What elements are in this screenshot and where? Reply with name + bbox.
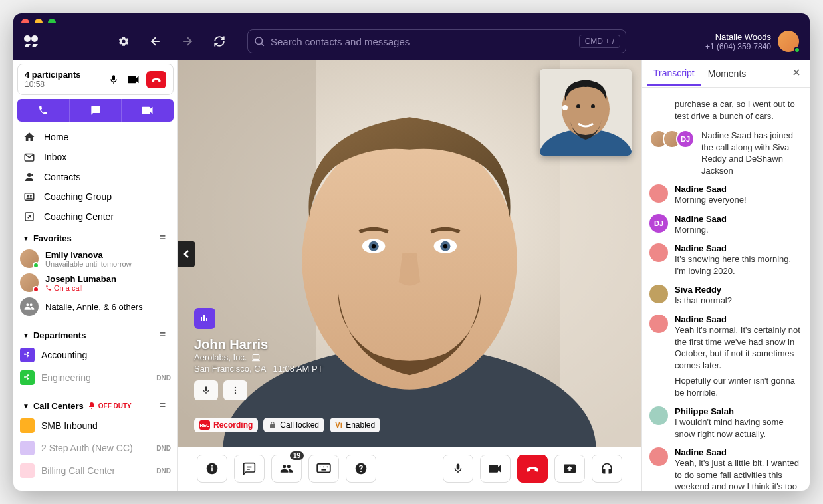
svg-rect-30: [201, 317, 202, 321]
section-menu-icon[interactable]: =: [157, 329, 168, 341]
svg-rect-32: [206, 318, 207, 321]
svg-point-34: [235, 387, 236, 388]
nav-label: Home: [44, 132, 68, 142]
chat-button[interactable]: [234, 455, 265, 483]
nav-label: Coaching Center: [44, 211, 114, 222]
app-window: CMD + / Natalie Woods +1 (604) 359-7840 …: [13, 13, 810, 491]
cc-label: 2 Step Auth (New CC): [41, 443, 150, 453]
group-item[interactable]: Natalie, Annie, & 6 others: [13, 295, 177, 318]
message-button[interactable]: [69, 99, 122, 122]
caller-badge-icon: [194, 308, 215, 329]
participants-button[interactable]: 19: [271, 455, 302, 483]
call-locked-badge: Call locked: [263, 418, 324, 432]
nav-contacts[interactable]: Contacts: [13, 167, 177, 187]
svg-point-45: [326, 466, 328, 467]
coaching-center-icon: [23, 211, 36, 223]
svg-point-20: [372, 244, 376, 248]
section-menu-icon[interactable]: =: [157, 232, 168, 244]
nav-home[interactable]: Home: [13, 127, 177, 147]
dnd-badge: DND: [156, 445, 171, 452]
speaker-name: Philippe Salah: [675, 406, 802, 416]
cc-label: Billing Call Center: [41, 465, 150, 476]
user-info[interactable]: Natalie Woods +1 (604) 359-7840: [705, 32, 771, 51]
callcenters-heading: Call Centers: [33, 401, 84, 411]
nav-coaching-group[interactable]: Coaching Group: [13, 187, 177, 207]
info-button[interactable]: [197, 455, 227, 483]
avatar: [649, 315, 668, 333]
end-call-button[interactable]: [517, 455, 548, 483]
speaker-name: Nadine Saad: [675, 447, 802, 457]
nav-back-icon[interactable]: [144, 29, 168, 53]
nav-coaching-center[interactable]: Coaching Center: [13, 207, 177, 227]
transcript-text: Nadine Saad has joined the call along wi…: [701, 130, 802, 176]
transcript-text: Morning.: [675, 224, 802, 236]
video-area: John Harris Aerolabs, Inc. San Francisco…: [178, 60, 641, 447]
avatar: [649, 406, 668, 425]
chevron-down-icon[interactable]: ▼: [23, 402, 29, 410]
avatar: [20, 249, 39, 268]
self-view-pip[interactable]: [540, 69, 632, 156]
more-participant-button[interactable]: [223, 380, 247, 400]
cc-icon: [20, 418, 35, 433]
screenshare-button[interactable]: [554, 455, 585, 483]
chevron-down-icon[interactable]: ▼: [23, 332, 29, 339]
transcript-text: Hopefully our winter isn't gonna be horr…: [675, 375, 802, 398]
svg-point-35: [235, 390, 236, 391]
active-call-card[interactable]: 4 participants 10:58: [17, 64, 174, 95]
transcript-entry: Nadine SaadYeah, it's just a little bit.…: [649, 447, 802, 491]
svg-rect-31: [203, 315, 205, 321]
department-item[interactable]: EngineeringDND: [13, 366, 177, 389]
avatar: [649, 285, 668, 303]
shortcut-hint: CMD + /: [579, 35, 620, 48]
avatar[interactable]: [778, 31, 799, 52]
chevron-down-icon[interactable]: ▼: [23, 235, 29, 242]
app-logo-icon[interactable]: [24, 32, 43, 51]
nav-inbox[interactable]: Inbox: [13, 147, 177, 167]
dnd-badge: DND: [156, 374, 171, 382]
callcenter-item[interactable]: SMB Inbound: [13, 414, 177, 437]
caller-company: Aerolabs, Inc.: [194, 352, 247, 362]
help-button[interactable]: [346, 455, 376, 483]
transcript-text: Yeah it's normal. It's certainly not the…: [675, 324, 802, 371]
transcript-list[interactable]: purchase a car, so I went out to test dr…: [642, 88, 810, 491]
avatar: DJ: [649, 214, 668, 233]
search-box[interactable]: CMD + /: [247, 29, 626, 53]
search-input[interactable]: [271, 36, 579, 47]
dial-button[interactable]: [17, 99, 69, 122]
camera-button[interactable]: [480, 455, 511, 483]
group-label: Natalie, Annie, & 6 others: [45, 302, 171, 312]
user-phone: +1 (604) 359-7840: [705, 42, 771, 51]
tab-transcript[interactable]: Transcript: [647, 61, 701, 86]
headset-button[interactable]: [592, 455, 622, 483]
mute-button[interactable]: [443, 455, 473, 483]
dialpad-button[interactable]: [308, 455, 339, 483]
avatar: [20, 273, 39, 292]
section-menu-icon[interactable]: =: [157, 400, 168, 412]
svg-point-0: [255, 37, 263, 45]
inbox-icon: [23, 151, 36, 163]
department-item[interactable]: Accounting: [13, 344, 177, 366]
collapse-sidebar-button[interactable]: [178, 241, 195, 267]
video-call-button[interactable]: [121, 99, 174, 122]
dept-icon: [20, 348, 35, 362]
callcenter-item[interactable]: Billing Call CenterDND: [13, 459, 177, 482]
contact-status: Unavailable until tomorrow: [45, 260, 171, 268]
tab-moments[interactable]: Moments: [701, 62, 753, 85]
laptop-icon: [251, 354, 261, 362]
header-bar: CMD + / Natalie Woods +1 (604) 359-7840: [13, 23, 810, 60]
settings-icon[interactable]: [112, 29, 136, 53]
home-icon: [23, 131, 36, 143]
svg-point-4: [27, 195, 29, 197]
favorite-contact[interactable]: Joseph Lumaban On a call: [13, 271, 177, 295]
close-icon[interactable]: [788, 64, 804, 83]
svg-point-43: [320, 466, 321, 467]
hangup-button[interactable]: [146, 71, 166, 88]
callcenter-item[interactable]: 2 Step Auth (New CC)DND: [13, 437, 177, 459]
refresh-icon[interactable]: [207, 29, 231, 53]
video-icon[interactable]: [126, 72, 141, 87]
favorite-contact[interactable]: Emily IvanovaUnavailable until tomorrow: [13, 247, 177, 271]
mic-icon[interactable]: [106, 72, 121, 87]
off-duty-badge: OFF DUTY: [88, 402, 132, 410]
cc-label: SMB Inbound: [41, 420, 171, 431]
mute-participant-button[interactable]: [194, 380, 218, 400]
